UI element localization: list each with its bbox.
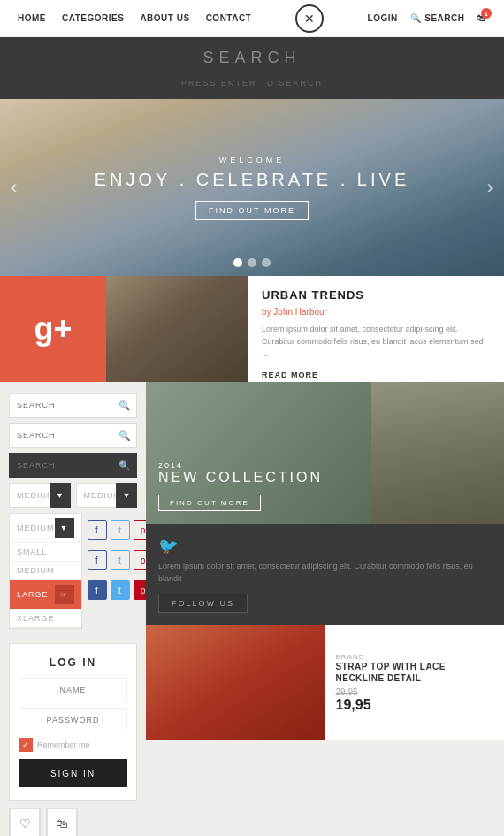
login-title: LOG IN: [19, 656, 127, 669]
nav-close-icon[interactable]: ✕: [295, 4, 324, 33]
hero-headline: ENJOY . CELEBRATE . LIVE: [95, 170, 409, 190]
product-info: BRAND STRAP TOP WITH LACE NECKLINE DETAI…: [325, 625, 505, 740]
search-hint: PRESS ENTER TO SEARCH: [181, 79, 323, 88]
nav-actions: LOGIN 🔍 SEARCH 🛍 1: [368, 13, 486, 23]
list-item-xlarge[interactable]: XLARGE: [10, 610, 81, 628]
product-name: STRAP TOP WITH LACE NECKLINE DETAIL: [336, 661, 494, 684]
social-follow-section: 🐦 Lorem ipsum dolor sit amet, consectetu…: [146, 524, 504, 625]
search-title: SEARCH: [202, 49, 301, 67]
dropdown-1: MEDIUMSMALLLARGE ▼: [9, 483, 71, 508]
nav-contact[interactable]: CONTACT: [206, 13, 252, 23]
search-icon: 🔍: [410, 13, 422, 23]
collection-overlay: 2014 NEW COLLECTION FIND OUT MORE: [158, 461, 323, 511]
hero-content: WELCOME ENJOY . CELEBRATE . LIVE FIND OU…: [95, 156, 409, 220]
collection-title: NEW COLLECTION: [158, 470, 323, 486]
cart-badge: 1: [481, 8, 492, 19]
nav-home[interactable]: HOME: [18, 13, 46, 23]
hero-dots: [233, 258, 271, 267]
search-input-light-2: 🔍: [9, 423, 137, 448]
dropdown-select-2[interactable]: MEDIUMSMALLLARGE: [76, 483, 138, 508]
cart-button[interactable]: 🛍: [46, 808, 78, 836]
dropdown-select-1[interactable]: MEDIUMSMALLLARGE: [9, 483, 71, 508]
list-item-small[interactable]: SMALL: [10, 543, 81, 562]
nav-login[interactable]: LOGIN: [368, 13, 398, 23]
remember-row: ✓ Remember me: [19, 738, 127, 752]
article-author: by John Harbour: [262, 305, 490, 318]
nav-categories[interactable]: CATEGORIES: [62, 13, 124, 23]
nav-cart[interactable]: 🛍 1: [477, 13, 486, 23]
nav-about[interactable]: ABOUT US: [140, 13, 189, 23]
product-row: BRAND STRAP TOP WITH LACE NECKLINE DETAI…: [146, 625, 504, 740]
icon-buttons-row: ♡ 🛍: [9, 808, 137, 836]
nav-search[interactable]: 🔍 SEARCH: [410, 13, 465, 23]
article-title: URBAN TRENDS: [262, 288, 490, 302]
search-divider: [155, 73, 349, 73]
sign-in-button[interactable]: SIGN IN: [19, 759, 127, 787]
login-name-field[interactable]: [19, 678, 127, 702]
login-password-field[interactable]: [19, 708, 127, 732]
search-icon-dark: 🔍: [118, 460, 131, 472]
hero-prev-arrow[interactable]: ‹: [11, 176, 17, 199]
navigation: HOME CATEGORIES ABOUT US CONTACT ✕ LOGIN…: [0, 0, 504, 37]
wishlist-button[interactable]: ♡: [9, 808, 41, 836]
dropdowns-row: MEDIUMSMALLLARGE ▼ MEDIUMSMALLLARGE ▼: [9, 483, 137, 508]
search-icon-1: 🔍: [118, 400, 131, 411]
search-bar: SEARCH PRESS ENTER TO SEARCH: [0, 37, 504, 99]
new-collection-banner: 2014 NEW COLLECTION FIND OUT MORE: [146, 382, 504, 524]
twitter-btn-outline-2[interactable]: t: [111, 550, 130, 570]
facebook-btn-outline-2[interactable]: f: [88, 550, 107, 570]
hero-cta-button[interactable]: FIND OUT MORE: [195, 201, 309, 220]
remember-checkbox[interactable]: ✓: [19, 738, 33, 752]
left-panel: 🔍 🔍 🔍 MEDIUMSMALLLARGE ▼ MEDIUMSMALLLARG…: [0, 382, 146, 836]
google-plus-card[interactable]: g+: [0, 276, 106, 382]
search-icon-2: 🔍: [118, 430, 131, 441]
product-brand: BRAND: [336, 653, 494, 661]
photo-card: [106, 276, 248, 382]
remember-label: Remember me: [37, 740, 90, 749]
collection-cta-button[interactable]: FIND OUT MORE: [158, 495, 261, 511]
hero-dot-3[interactable]: [262, 258, 271, 267]
search-input-dark: 🔍: [9, 453, 137, 478]
twitter-btn-outline-1[interactable]: t: [111, 520, 130, 540]
hero-dot-1[interactable]: [233, 258, 242, 267]
follow-body: Lorem ipsum dolor sit amet, consectetur …: [158, 561, 492, 585]
follow-us-button[interactable]: FOLLOW US: [158, 594, 248, 613]
search-input-light-1: 🔍: [9, 393, 137, 418]
hero-next-arrow[interactable]: ›: [487, 176, 493, 199]
gplus-icon: g+: [34, 311, 72, 348]
hero-welcome: WELCOME: [95, 156, 409, 165]
list-item-medium-1[interactable]: MEDIUM ▼: [10, 514, 81, 543]
dropdown-2: MEDIUMSMALLLARGE ▼: [76, 483, 138, 508]
collection-year: 2014: [158, 461, 323, 470]
product-person-photo: [146, 625, 325, 740]
facebook-btn-outline-1[interactable]: f: [88, 520, 107, 540]
hero-slider: ‹ WELCOME ENJOY . CELEBRATE . LIVE FIND …: [0, 99, 504, 276]
twitter-icon: 🐦: [158, 536, 492, 556]
list-arrow-1: ▼: [55, 518, 74, 538]
cards-row: g+ URBAN TRENDS by John Harbour Lorem ip…: [0, 276, 504, 382]
login-box: LOG IN ✓ Remember me SIGN IN: [9, 643, 137, 801]
facebook-btn-filled[interactable]: f: [88, 580, 107, 600]
hero-dot-2[interactable]: [248, 258, 256, 267]
collection-figure: [371, 382, 504, 524]
person-image: [146, 625, 325, 740]
list-arrow-large: ☞: [55, 585, 74, 604]
nav-links: HOME CATEGORIES ABOUT US CONTACT: [18, 13, 251, 23]
list-item-large[interactable]: LARGE ☞: [10, 580, 81, 610]
list-item-medium-2[interactable]: MEDIUM: [10, 562, 81, 580]
product-new-price: 19,95: [336, 697, 494, 713]
photo-card-image: [106, 276, 248, 382]
read-more-link[interactable]: READ MORE: [262, 371, 318, 380]
main-content: 🔍 🔍 🔍 MEDIUMSMALLLARGE ▼ MEDIUMSMALLLARG…: [0, 382, 504, 836]
twitter-btn-filled[interactable]: t: [111, 580, 130, 600]
article-body: Lorem ipsum dolor sit amet, consectetur …: [262, 324, 490, 360]
product-old-price: 29,95: [336, 687, 494, 697]
article-card: URBAN TRENDS by John Harbour Lorem ipsum…: [248, 276, 504, 382]
right-panel: 2014 NEW COLLECTION FIND OUT MORE 🐦 Lore…: [146, 382, 504, 836]
dropdown-list: MEDIUM ▼ SMALL MEDIUM LARGE ☞ XLARGE: [9, 513, 82, 629]
